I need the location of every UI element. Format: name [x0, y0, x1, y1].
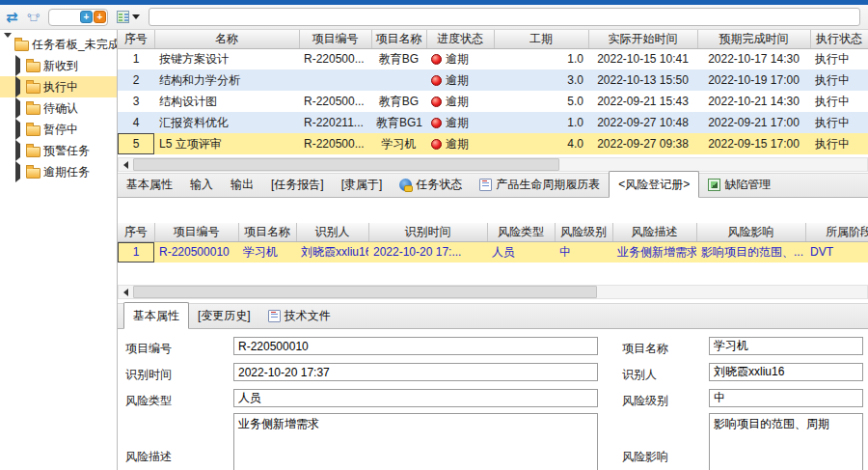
column-header-所属阶段[interactable]: 所属阶段: [805, 223, 868, 241]
field-label: 识别时间: [125, 367, 172, 383]
collapse-arrow-icon[interactable]: [15, 55, 20, 76]
sidebar-item-5[interactable]: 逾期任务: [0, 161, 117, 182]
risk-row-1[interactable]: 1R-220500010学习机刘晓霞xxliu162022-10-20 17:.…: [118, 241, 868, 263]
cell-start: 2022-09-21 15:43: [588, 91, 697, 112]
detail-tab-0[interactable]: 基本属性: [118, 172, 181, 197]
sidebar-item-label: 新收到: [43, 58, 78, 74]
column-header-风险影响[interactable]: 风险影响: [696, 223, 805, 241]
tab-label: <风险登记册>: [618, 177, 690, 193]
form-tab-1[interactable]: [变更历史]: [189, 303, 259, 328]
risk-level-field[interactable]: [709, 389, 863, 407]
folder-icon: [26, 125, 41, 136]
cell-code: R-220500...: [299, 133, 371, 154]
sidebar-item-2[interactable]: 待确认: [0, 97, 117, 119]
scrollbar-thumb[interactable]: [133, 286, 597, 298]
risk-type-field[interactable]: [233, 389, 598, 407]
column-header-项目名称[interactable]: 项目名称: [238, 223, 296, 241]
detail-tab-3[interactable]: [任务报告]: [262, 172, 333, 197]
project-code-field[interactable]: [233, 337, 598, 355]
refresh-icon[interactable]: ⇄: [6, 10, 21, 25]
collapse-arrow-icon[interactable]: [15, 76, 20, 97]
sidebar-item-4[interactable]: 预警任务: [0, 140, 117, 161]
column-header-预期完成时间[interactable]: 预期完成时间: [697, 30, 810, 48]
column-header-项目编号[interactable]: 项目编号: [299, 30, 371, 48]
column-header-风险类型[interactable]: 风险类型: [487, 223, 555, 241]
scroll-left-button[interactable]: [119, 158, 133, 171]
collapse-arrow-icon[interactable]: [15, 161, 20, 182]
expand-arrow-icon[interactable]: [4, 33, 12, 51]
folder-icon: [26, 168, 41, 179]
risk-desc-field[interactable]: [233, 413, 598, 470]
expand-arrow-wrap: [15, 144, 23, 157]
identify-time-field[interactable]: [233, 363, 598, 381]
collapse-arrow-icon[interactable]: [15, 140, 20, 161]
risk-impact-field[interactable]: [709, 413, 863, 470]
page-up-button[interactable]: +: [94, 11, 106, 23]
cell: 中: [555, 241, 612, 263]
column-header-工期[interactable]: 工期: [494, 30, 588, 48]
sidebar-item-3[interactable]: 暂停中: [0, 119, 117, 140]
detail-tab-2[interactable]: 输出: [222, 172, 262, 197]
document-icon: [479, 179, 492, 191]
scrollbar-thumb[interactable]: [133, 158, 559, 171]
hierarchy-icon[interactable]: °□°: [27, 10, 42, 25]
task-row-1[interactable]: 1按键方案设计R-220500...教育BG逾期1.02022-10-15 10…: [118, 48, 868, 69]
view-list-dropdown-button[interactable]: [114, 9, 143, 25]
scroll-left-button[interactable]: [119, 286, 133, 298]
column-header-风险级别[interactable]: 风险级别: [555, 223, 612, 241]
column-header-进度状态[interactable]: 进度状态: [426, 30, 494, 48]
cell-status: 执行中: [810, 112, 868, 133]
tree-root-task-board[interactable]: 任务看板_未完成: [0, 34, 117, 55]
cell-progress: 逾期: [426, 91, 494, 112]
sidebar-item-0[interactable]: 新收到: [0, 55, 117, 76]
detail-tab-7[interactable]: <风险登记册>: [609, 171, 699, 198]
cell-project: 教育BG: [371, 91, 426, 112]
column-header-实际开始时间[interactable]: 实际开始时间: [588, 30, 697, 48]
cell: 1: [118, 241, 154, 263]
detail-tab-5[interactable]: 任务状态: [391, 172, 471, 197]
detail-tab-6[interactable]: 产品生命周期履历表: [471, 172, 609, 197]
column-header-执行状态[interactable]: 执行状态: [810, 30, 868, 48]
folder-icon: [26, 147, 41, 157]
task-row-2[interactable]: 2结构和力学分析逾期3.02022-10-13 15:502022-10-19 …: [118, 69, 868, 91]
cell: 人员: [487, 241, 555, 263]
project-name-field[interactable]: [709, 337, 863, 355]
column-header-序号[interactable]: 序号: [118, 30, 154, 48]
document-icon: [268, 310, 281, 322]
chevron-down-icon: [132, 14, 140, 19]
tab-label: [变更历史]: [198, 308, 251, 324]
collapse-arrow-icon[interactable]: [15, 97, 20, 119]
cell-progress: 逾期: [426, 133, 494, 154]
sidebar-item-label: 待确认: [43, 100, 78, 117]
column-header-风险描述[interactable]: 风险描述: [612, 223, 696, 241]
form-tab-0[interactable]: 基本属性: [123, 302, 189, 329]
task-table: 序号名称项目编号项目名称进度状态工期实际开始时间预期完成时间执行状态 1按键方案…: [118, 30, 868, 154]
risk-table-viewport: 序号项目编号项目名称识别人识别时间风险类型风险级别风险描述风险影响所属阶段 1R…: [118, 223, 868, 264]
filter-input[interactable]: [149, 8, 860, 26]
detail-tab-8[interactable]: 缺陷管理: [699, 172, 779, 197]
task-row-4[interactable]: 4汇报资料优化R-220211...教育BG1逾期1.02022-09-27 1…: [118, 112, 868, 133]
field-label: 风险级别: [622, 393, 668, 409]
column-header-序号[interactable]: 序号: [118, 223, 154, 241]
tab-label: 缺陷管理: [724, 177, 771, 193]
identifier-field[interactable]: [709, 363, 863, 381]
cell-start: 2022-09-27 10:48: [588, 112, 697, 133]
task-row-3[interactable]: 3结构设计图R-220500...教育BG逾期5.02022-09-21 15:…: [118, 91, 868, 112]
form-tab-2[interactable]: 技术文件: [259, 303, 339, 328]
column-header-识别时间[interactable]: 识别时间: [368, 223, 487, 241]
column-header-名称[interactable]: 名称: [154, 30, 299, 48]
column-header-识别人[interactable]: 识别人: [296, 223, 368, 241]
detail-tab-1[interactable]: 输入: [181, 172, 222, 197]
page-down-button[interactable]: +: [80, 11, 93, 23]
cell-duration: 3.0: [494, 69, 588, 91]
field-label: 识别人: [622, 367, 657, 383]
column-header-项目编号[interactable]: 项目编号: [154, 223, 238, 241]
collapse-arrow-icon[interactable]: [15, 119, 20, 140]
sidebar-item-1[interactable]: 执行中: [0, 76, 117, 97]
column-header-项目名称[interactable]: 项目名称: [371, 30, 426, 48]
task-row-5[interactable]: 5L5 立项评审R-220500...学习机逾期4.02022-09-27 09…: [118, 133, 868, 154]
detail-tab-4[interactable]: [隶属于]: [333, 172, 392, 197]
cell-due: 2022-09-21 17:00: [697, 112, 810, 133]
page-input[interactable]: [52, 11, 79, 23]
cell-progress: 逾期: [426, 48, 494, 69]
